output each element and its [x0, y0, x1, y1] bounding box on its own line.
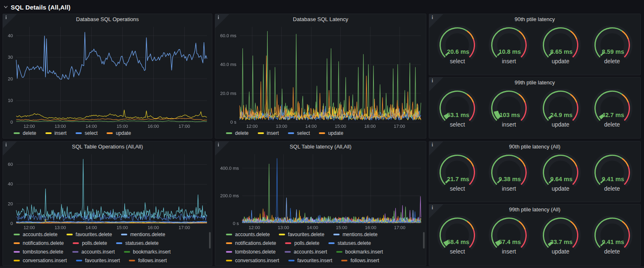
legend-label: favourites.delete	[76, 232, 112, 237]
panel-title[interactable]: SQL Table latency (All,All)	[215, 141, 426, 152]
panel-info-icon[interactable]: i	[215, 141, 229, 156]
legend-item-mentions.delete[interactable]: mentions.delete	[121, 232, 165, 237]
legend-item-polls.delete[interactable]: polls.delete	[73, 240, 107, 246]
panel-info-icon[interactable]: i	[429, 141, 443, 156]
gauge-insert: 10.8 msinsert	[483, 26, 535, 65]
gauge-value: 9.64 ms	[550, 176, 573, 182]
gauge-label: update	[551, 121, 569, 128]
panel-title[interactable]: 90th ptile latency	[429, 14, 640, 25]
sql-table-operations-chart[interactable]	[6, 152, 209, 230]
gauge-row: 58.4 msselect57.4 msinsert33.7 msupdate9…	[429, 215, 640, 266]
legend-label: accounts.delete	[23, 232, 57, 237]
gauge-update: 33.7 msupdate	[535, 216, 586, 255]
legend-item-favourites.delete[interactable]: favourites.delete	[67, 232, 112, 237]
database-sql-latency-chart[interactable]	[219, 25, 423, 129]
legend-item-polls.delete[interactable]: polls.delete	[285, 240, 319, 246]
legend-label: polls.delete	[82, 240, 107, 246]
legend-item-bookmarks.insert[interactable]: bookmarks.insert	[124, 249, 171, 255]
panel-title[interactable]: 99th ptile latency (All)	[429, 204, 640, 215]
series-color-swatch	[319, 132, 325, 134]
legend-label: insert	[267, 130, 279, 136]
gauge-label: delete	[604, 248, 620, 255]
panel-sql-table-latency: i SQL Table latency (All,All) accounts.d…	[215, 141, 426, 266]
legend-item-accounts.insert[interactable]: accounts.insert	[285, 249, 327, 255]
legend-label: mentions.delete	[342, 232, 378, 237]
gauge-value: 10.8 ms	[499, 48, 521, 55]
panel-info-icon[interactable]: i	[429, 14, 443, 28]
panel-info-icon[interactable]: i	[3, 14, 17, 28]
legend-item-notifications.delete[interactable]: notifications.delete	[14, 240, 64, 246]
legend-item-notifications.delete[interactable]: notifications.delete	[226, 240, 276, 246]
legend-item-update[interactable]: update	[319, 130, 343, 136]
panel-sql-table-operations: i SQL Table Operations (All,All) account…	[2, 141, 212, 266]
legend-item-delete[interactable]: delete	[14, 130, 36, 136]
legend-label: favourites.insert	[297, 258, 333, 263]
chart-legend: accounts.deletefavourites.deletementions…	[215, 230, 426, 266]
gauge-arc: 9.38 ms	[487, 153, 531, 189]
legend-item-accounts.delete[interactable]: accounts.delete	[14, 232, 57, 237]
series-color-swatch	[14, 260, 20, 261]
gauge-row: 20.6 msselect10.8 msinsert8.65 msupdate8…	[429, 25, 640, 75]
panel-info-icon[interactable]: i	[215, 14, 229, 28]
legend-label: bookmarks.insert	[133, 249, 171, 255]
legend-item-tombstones.delete[interactable]: tombstones.delete	[226, 249, 276, 255]
gauge-delete: 9.41 msdelete	[587, 153, 638, 192]
legend-item-follows.insert[interactable]: follows.insert	[341, 258, 379, 263]
panel-title[interactable]: Database SQL Latency	[215, 14, 426, 25]
panel-title[interactable]: Database SQL Operations	[3, 14, 212, 25]
series-color-swatch	[45, 132, 52, 134]
gauge-delete: 8.59 msdelete	[587, 26, 638, 65]
panel-info-icon[interactable]: i	[3, 141, 17, 156]
legend-item-update[interactable]: update	[107, 130, 131, 136]
legend-item-select[interactable]: select	[76, 130, 97, 136]
row-header-sql-details[interactable]: SQL Details (All,All)	[3, 2, 71, 12]
legend-item-favourites.delete[interactable]: favourites.delete	[279, 232, 324, 237]
series-color-swatch	[14, 242, 20, 244]
legend-item-conversations.insert[interactable]: conversations.insert	[14, 258, 67, 263]
panel-info-icon[interactable]: i	[429, 77, 443, 91]
panel-title[interactable]: 99th ptile latency	[429, 77, 640, 88]
legend-item-delete[interactable]: delete	[226, 130, 249, 136]
legend-item-tombstones.delete[interactable]: tombstones.delete	[14, 249, 63, 255]
gauge-value: 57.4 ms	[499, 239, 521, 245]
panel-database-sql-latency: i Database SQL Latency deleteinsertselec…	[215, 14, 426, 139]
legend-item-mentions.delete[interactable]: mentions.delete	[333, 232, 378, 237]
gauge-arc: 57.4 ms	[487, 216, 531, 251]
gauge-label: select	[450, 248, 465, 255]
legend-scrollbar[interactable]	[209, 232, 211, 249]
legend-item-conversations.insert[interactable]: conversations.insert	[226, 258, 279, 263]
gauge-label: delete	[604, 58, 620, 65]
gauge-value: 33.7 ms	[550, 239, 573, 245]
legend-label: select	[85, 130, 97, 136]
legend-scrollbar[interactable]	[423, 232, 425, 249]
gauge-value: 42.7 ms	[602, 112, 624, 118]
gauge-label: update	[551, 58, 569, 65]
legend-item-bookmarks.insert[interactable]: bookmarks.insert	[336, 249, 383, 255]
legend-label: select	[297, 130, 310, 136]
database-sql-operations-chart[interactable]	[6, 25, 209, 129]
legend-item-follows.insert[interactable]: follows.insert	[129, 258, 166, 263]
legend-label: update	[116, 130, 131, 136]
next-row-divider	[0, 266, 644, 268]
legend-label: accounts.insert	[294, 249, 327, 255]
panel-title[interactable]: 90th ptile latency (All)	[429, 141, 640, 152]
panel-title[interactable]: SQL Table Operations (All,All)	[3, 141, 212, 152]
panel-info-icon[interactable]: i	[429, 204, 443, 218]
legend-item-statuses.delete[interactable]: statuses.delete	[328, 240, 371, 246]
series-color-swatch	[67, 234, 73, 235]
gauge-select: 58.4 msselect	[432, 216, 483, 255]
sql-table-latency-chart[interactable]	[219, 152, 423, 230]
series-color-swatch	[341, 260, 347, 261]
gauge-label: insert	[502, 185, 516, 192]
legend-item-insert[interactable]: insert	[45, 130, 67, 136]
legend-item-statuses.delete[interactable]: statuses.delete	[116, 240, 159, 246]
legend-item-select[interactable]: select	[288, 130, 310, 136]
gauge-select: 20.6 msselect	[432, 26, 483, 65]
legend-item-favourites.insert[interactable]: favourites.insert	[76, 258, 120, 263]
legend-item-insert[interactable]: insert	[258, 130, 279, 136]
series-color-swatch	[285, 242, 291, 244]
legend-item-accounts.delete[interactable]: accounts.delete	[226, 232, 270, 237]
legend-item-favourites.insert[interactable]: favourites.insert	[288, 258, 333, 263]
legend-label: follows.insert	[350, 258, 379, 263]
legend-item-accounts.insert[interactable]: accounts.insert	[72, 249, 115, 255]
